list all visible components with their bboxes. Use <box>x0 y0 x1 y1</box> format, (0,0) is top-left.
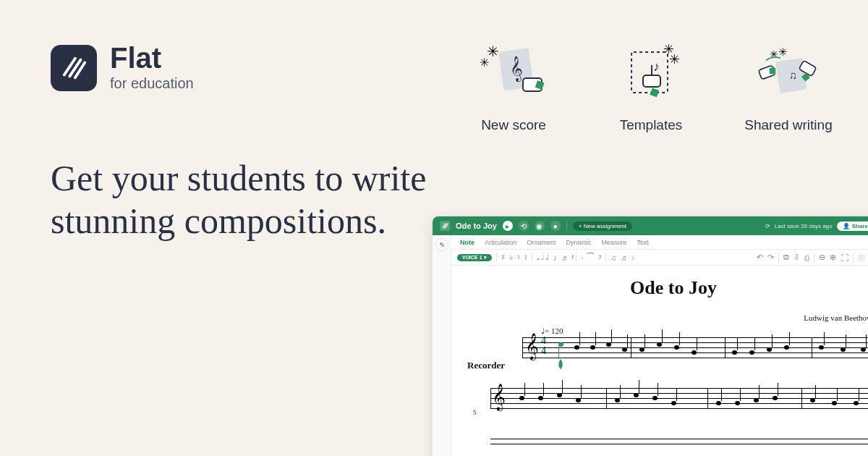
svg-rect-19 <box>770 68 775 74</box>
score-sheet[interactable]: Ode to Joy Ludwig van Beethoven ♩= 120 R… <box>451 266 868 456</box>
svg-text:♫: ♫ <box>788 68 798 81</box>
tool-print-icon[interactable]: ⎙ <box>804 253 809 262</box>
tile-label: Templates <box>597 117 705 133</box>
brand-name: Flat <box>110 43 194 72</box>
share-button[interactable]: 👤 Share <box>837 221 868 231</box>
templates-icon: ♪ ✳ ✳ <box>611 42 691 107</box>
brand-mark-icon <box>51 45 97 91</box>
instrument-label: Recorder <box>467 360 505 371</box>
app-logo-icon[interactable] <box>440 221 450 231</box>
tile-shared-writing[interactable]: ♫ ✳ ✳ Shared writing <box>734 42 843 133</box>
staff-line: 𝄞 44 <box>522 337 868 358</box>
brand-subtitle: for education <box>110 75 194 92</box>
brand-logo: Flat for education <box>51 43 427 92</box>
doc-title[interactable]: Ode to Joy <box>456 221 497 230</box>
staff-line <box>490 439 868 456</box>
page-headline: Get your students to write stunning comp… <box>51 157 427 242</box>
editor-preview: ✎ Ode to Joy ▸ ⟲ ◉ ● + New assignment ⟳ … <box>433 216 868 456</box>
tool-sixteenth-note[interactable]: ♬ <box>561 253 567 262</box>
person-icon: 👤 <box>843 223 850 229</box>
svg-text:♪: ♪ <box>653 59 660 74</box>
pen-tool-icon[interactable]: ✎ <box>435 238 448 251</box>
editor-left-rail: ✎ <box>433 235 451 456</box>
new-score-icon: 𝄞 ✳ ✳ <box>474 42 553 107</box>
editor-ribbon: VOICE 1 ▾ ♯ ♭ ♮ ≀ 𝅝 𝅗𝅥 ♩ ♪ ♬ 𝄽 · ⁀ ³ ♫ ♬… <box>433 250 868 266</box>
tool-eighth-note[interactable]: ♪ <box>553 253 558 262</box>
svg-rect-11 <box>643 75 660 87</box>
tool-fullscreen-icon[interactable]: ⛶ <box>841 253 848 262</box>
tool-undo-icon[interactable]: ↶ <box>757 253 763 262</box>
shared-writing-icon: ♫ ✳ ✳ <box>749 42 828 107</box>
composer-name: Ludwig van Beethoven <box>469 313 868 322</box>
tool-triplet[interactable]: ³ <box>598 253 601 262</box>
tile-new-score[interactable]: 𝄞 ✳ ✳ New score <box>459 42 568 133</box>
tab-dynamic[interactable]: Dynamic <box>566 239 592 246</box>
tab-measure[interactable]: Measure <box>602 239 627 246</box>
tool-flat[interactable]: ♭ <box>509 253 513 262</box>
new-assignment-button[interactable]: + New assignment <box>573 221 632 231</box>
svg-text:✳: ✳ <box>770 49 778 60</box>
tool-copy-icon[interactable]: ⧉ <box>783 253 789 262</box>
tool-sharp[interactable]: ♯ <box>501 253 505 262</box>
tab-note[interactable]: Note <box>460 239 475 246</box>
metronome-button[interactable]: ◉ <box>535 221 545 231</box>
tool-redo-icon[interactable]: ↷ <box>767 253 774 262</box>
color-swatch[interactable] <box>858 254 865 261</box>
play-button[interactable]: ▸ <box>503 221 513 231</box>
staff-line: 𝄞 <box>490 388 868 408</box>
tile-label: Shared writing <box>734 117 843 133</box>
bar-number: 5 <box>473 409 477 416</box>
svg-rect-13 <box>650 88 659 97</box>
tool-tie[interactable]: ⁀ <box>587 253 594 262</box>
tool-zoom-in-icon[interactable]: ⊕ <box>830 253 836 262</box>
tool-quarter-note[interactable]: ♩ <box>545 253 549 262</box>
last-save-text: Last save 28 days ago <box>775 223 833 229</box>
tool-natural[interactable]: ♮ <box>517 253 520 262</box>
tile-templates[interactable]: ♪ ✳ ✳ Templates <box>597 42 705 133</box>
tool-beam-2[interactable]: ♬ <box>621 253 626 262</box>
rewind-button[interactable]: ⟲ <box>519 221 529 231</box>
score-title: Ode to Joy <box>469 277 868 299</box>
tab-text[interactable]: Text <box>637 239 650 246</box>
tool-double[interactable]: ≀ <box>524 253 527 262</box>
tool-zoom-out-icon[interactable]: ⊖ <box>819 253 825 262</box>
tile-label: New score <box>459 117 568 133</box>
editor-topbar: Ode to Joy ▸ ⟲ ◉ ● + New assignment ⟳ La… <box>433 216 868 235</box>
tempo-marking: ♩= 120 <box>541 326 868 336</box>
voice-selector[interactable]: VOICE 1 ▾ <box>457 254 492 261</box>
tool-beam[interactable]: ♫ <box>610 253 616 262</box>
tab-ornament[interactable]: Ornament <box>527 239 556 246</box>
editor-tabs: Note Articulation Ornament Dynamic Measu… <box>433 235 868 250</box>
record-button[interactable]: ● <box>550 221 561 231</box>
tab-articulation[interactable]: Articulation <box>485 239 517 246</box>
tool-dot[interactable]: · <box>581 253 583 262</box>
clock-icon: ⟳ <box>765 223 770 229</box>
svg-text:✳: ✳ <box>480 56 489 69</box>
tool-grace[interactable]: 𝆕 <box>631 253 634 262</box>
svg-text:✳: ✳ <box>778 46 788 58</box>
svg-text:✳: ✳ <box>669 52 680 67</box>
tool-download-icon[interactable]: ⇩ <box>793 253 800 262</box>
